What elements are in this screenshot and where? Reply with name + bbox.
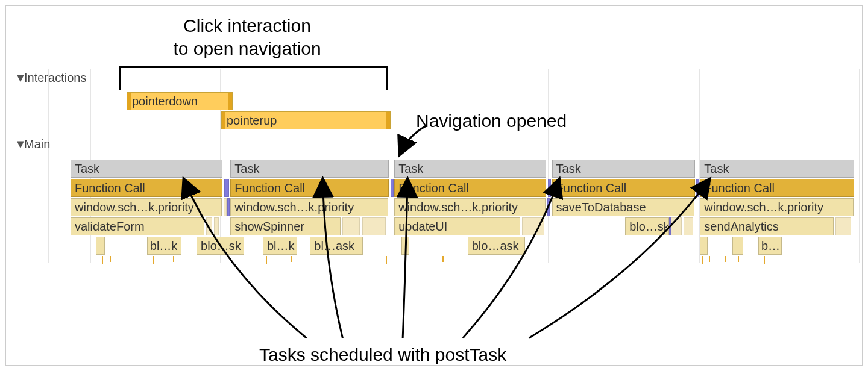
flame-bar: bl…ask: [310, 237, 363, 255]
function-call-bar: Function Call: [230, 179, 389, 197]
flame-bar: blo…sk: [625, 217, 669, 235]
flame-bar: bl…k: [147, 237, 182, 255]
flame-bar: showSpinner: [230, 217, 341, 235]
track-header-main: ▼Main: [14, 137, 50, 151]
task-bar: Task: [700, 160, 854, 178]
annotation-navigation-opened: Navigation opened: [416, 110, 567, 132]
flame-bar: window.sch…k.priority: [700, 198, 854, 216]
track-label-main: Main: [24, 137, 50, 151]
task-bar: Task: [230, 160, 389, 178]
flame-bar: window.sch…k.priority: [230, 198, 388, 216]
flame-bar: window.sch…k.priority: [71, 198, 222, 216]
interaction-pointerdown: pointerdown: [127, 92, 233, 110]
flame-bar: blo…sk: [197, 237, 244, 255]
function-call-bar: Function Call: [700, 179, 854, 197]
diagram-frame: Click interaction to open navigation ▼In…: [5, 5, 863, 366]
flame-bar: validateForm: [71, 217, 204, 235]
flame-bar: window.sch…k.priority: [394, 198, 546, 216]
flame-row-4: validateForm showSpinner updateUI blo…sk…: [71, 217, 858, 235]
annotation-posttask: Tasks scheduled with postTask: [259, 343, 506, 366]
disclosure-triangle-icon: ▼: [14, 71, 22, 85]
disclosure-triangle-icon: ▼: [14, 137, 22, 151]
flame-bar: sendAnalytics: [700, 217, 834, 235]
interaction-bracket: [119, 66, 388, 90]
interaction-pointerup: pointerup: [221, 111, 391, 129]
track-header-interactions: ▼Interactions: [14, 71, 86, 85]
flame-bar: blo…ask: [468, 237, 525, 255]
function-call-bar: Function Call: [552, 179, 696, 197]
main-flame-chart: Task Task Task Task Task Function Call F…: [71, 160, 858, 269]
flame-row-task: Task Task Task Task Task: [71, 160, 858, 178]
flame-row-5: bl…k blo…sk bl…k bl…ask blo…ask b…: [71, 237, 858, 255]
track-label-interactions: Interactions: [24, 71, 86, 84]
flame-ticks: [71, 256, 858, 269]
function-call-bar: Function Call: [394, 179, 546, 197]
flame-bar: b…: [758, 237, 782, 255]
task-bar: Task: [71, 160, 222, 178]
function-call-bar: Function Call: [71, 179, 222, 197]
flame-bar: updateUI: [394, 217, 520, 235]
annotation-click-interaction: Click interaction to open navigation: [121, 14, 374, 60]
task-bar: Task: [394, 160, 546, 178]
task-bar: Task: [552, 160, 696, 178]
flame-row-3: window.sch…k.priority window.sch…k.prior…: [71, 198, 858, 216]
flame-bar: saveToDatabase: [552, 198, 695, 216]
flame-row-functioncall: Function Call Function Call Function Cal…: [71, 179, 858, 197]
flame-bar: bl…k: [263, 237, 298, 255]
